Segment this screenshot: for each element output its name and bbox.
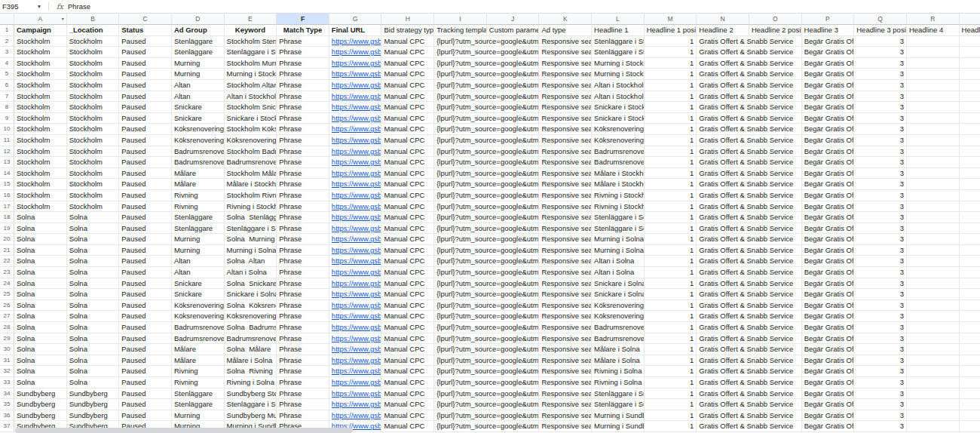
cell-R8[interactable] (907, 102, 960, 113)
cell-Q27[interactable]: 3 (854, 311, 907, 322)
cell-D4[interactable]: Murning (172, 58, 225, 69)
cell-R35[interactable] (907, 399, 960, 410)
cell-S30[interactable] (960, 344, 980, 355)
cell-P19[interactable]: Begär Gratis Offert (802, 223, 855, 235)
cell-H12[interactable]: Manual CPC (381, 146, 434, 158)
cell-G12[interactable]: https://www.gsby (329, 146, 382, 158)
cell-I32[interactable]: {lpurl}?utm_source=google&utm_medium=cpc (434, 366, 539, 377)
cell-N23[interactable]: Gratis Offert & Snabb Service (697, 267, 801, 278)
cell-I17[interactable]: {lpurl}?utm_source=google&utm_medium=cpc (434, 201, 539, 213)
cell-L10[interactable]: Köksrenovering i Stockholm (592, 124, 645, 135)
cell-Q3[interactable]: 3 (854, 47, 907, 58)
cell-S35[interactable] (960, 399, 980, 410)
cell-H24[interactable]: Manual CPC (381, 278, 434, 290)
cell-C34[interactable]: Paused (119, 388, 172, 400)
cell-B33[interactable]: Solna (67, 377, 120, 388)
cell-P13[interactable]: Begär Gratis Offert (802, 157, 855, 168)
row-header-5[interactable]: 5 (0, 69, 14, 80)
cell-P6[interactable]: Begär Gratis Offert (802, 80, 855, 91)
cell-L26[interactable]: Köksrenovering i Solna (592, 300, 645, 312)
cell-L24[interactable]: Snickare i Solna (592, 278, 645, 290)
cell-A12[interactable]: Stockholm (14, 146, 67, 158)
cell-A36[interactable]: Sundbyberg (14, 410, 67, 422)
cell-R36[interactable] (907, 410, 960, 422)
cell-H36[interactable]: Manual CPC (381, 410, 434, 422)
cell-F35[interactable]: Phrase (277, 399, 329, 410)
cell-N1[interactable]: Headline 2 (697, 25, 749, 36)
cell-C33[interactable]: Paused (119, 377, 172, 388)
cell-A5[interactable]: Stockholm (14, 69, 67, 80)
cell-H16[interactable]: Manual CPC (381, 190, 434, 201)
cell-P18[interactable]: Begär Gratis Offert (802, 212, 855, 223)
cell-F2[interactable]: Phrase (277, 36, 329, 48)
cell-H13[interactable]: Manual CPC (381, 157, 434, 168)
cell-C2[interactable]: Paused (119, 36, 172, 48)
cell-N7[interactable]: Gratis Offert & Snabb Service (697, 91, 801, 103)
cell-H26[interactable]: Manual CPC (381, 300, 434, 312)
cell-S25[interactable] (960, 289, 980, 300)
cell-D16[interactable]: Rivning (172, 190, 225, 201)
row-header-21[interactable]: 21 (0, 245, 14, 256)
cell-P15[interactable]: Begär Gratis Offert (802, 179, 855, 190)
cell-F10[interactable]: Phrase (277, 124, 329, 135)
cell-N32[interactable]: Gratis Offert & Snabb Service (697, 366, 801, 377)
cell-M10[interactable]: 1 (645, 124, 697, 135)
cell-D28[interactable]: Badrumsrenovering (172, 322, 225, 333)
cell-R25[interactable] (907, 289, 960, 300)
cell-N11[interactable]: Gratis Offert & Snabb Service (697, 135, 801, 146)
cell-B35[interactable]: Sundbyberg (67, 399, 120, 410)
cell-B36[interactable]: Sundbyberg (67, 410, 120, 422)
cell-N19[interactable]: Gratis Offert & Snabb Service (697, 223, 801, 235)
cell-N27[interactable]: Gratis Offert & Snabb Service (697, 311, 801, 322)
cell-M11[interactable]: 1 (645, 135, 697, 146)
cell-B6[interactable]: Stockholm (67, 80, 120, 91)
cell-M17[interactable]: 1 (645, 201, 697, 213)
cell-G25[interactable]: https://www.gsby (329, 289, 382, 300)
cell-R6[interactable] (907, 80, 960, 91)
cell-G18[interactable]: https://www.gsby (329, 212, 382, 223)
cell-H19[interactable]: Manual CPC (381, 223, 434, 235)
cell-D13[interactable]: Badrumsrenovering (172, 157, 225, 168)
cell-J1[interactable]: Custom parameters (487, 25, 540, 36)
cell-Q31[interactable]: 3 (854, 355, 907, 367)
cell-G34[interactable]: https://www.gsby (329, 388, 382, 400)
cell-I30[interactable]: {lpurl}?utm_source=google&utm_medium=cpc (434, 344, 539, 355)
cell-N15[interactable]: Gratis Offert & Snabb Service (697, 179, 801, 190)
cell-S17[interactable] (960, 201, 980, 213)
cell-N5[interactable]: Gratis Offert & Snabb Service (697, 69, 801, 80)
cell-Q35[interactable]: 3 (854, 399, 907, 410)
cell-K8[interactable]: Responsive search ad (539, 102, 592, 113)
cell-F7[interactable]: Phrase (277, 91, 329, 103)
cell-P28[interactable]: Begär Gratis Offert (802, 322, 855, 333)
cell-P33[interactable]: Begär Gratis Offert (802, 377, 855, 388)
cell-S13[interactable] (960, 157, 980, 168)
cell-G6[interactable]: https://www.gsby (329, 80, 382, 91)
cell-K28[interactable]: Responsive search ad (539, 322, 592, 333)
cell-F8[interactable]: Phrase (277, 102, 329, 113)
cell-L5[interactable]: Murning i Stockholm (592, 69, 645, 80)
cell-K25[interactable]: Responsive search ad (539, 289, 592, 300)
row-header-23[interactable]: 23 (0, 267, 14, 278)
cell-F26[interactable]: Phrase (277, 300, 329, 312)
cell-A13[interactable]: Stockholm (14, 157, 67, 168)
cell-A17[interactable]: Stockholm (14, 201, 67, 213)
cell-K23[interactable]: Responsive search ad (539, 267, 592, 278)
cell-C21[interactable]: Paused (119, 245, 172, 256)
cell-H9[interactable]: Manual CPC (381, 113, 434, 124)
column-header-R[interactable]: R (907, 14, 960, 25)
cell-C8[interactable]: Paused (119, 102, 172, 113)
cell-F17[interactable]: Phrase (277, 201, 329, 213)
cell-Q2[interactable]: 3 (854, 36, 907, 48)
cell-N10[interactable]: Gratis Offert & Snabb Service (697, 124, 801, 135)
row-header-29[interactable]: 29 (0, 333, 14, 345)
cell-Q7[interactable]: 3 (854, 91, 907, 103)
cell-D15[interactable]: Målare (172, 179, 225, 190)
cell-S27[interactable] (960, 311, 980, 322)
row-header-7[interactable]: 7 (0, 91, 14, 103)
cell-A16[interactable]: Stockholm (14, 190, 67, 201)
column-header-P[interactable]: P (802, 14, 855, 25)
cell-A10[interactable]: Stockholm (14, 124, 67, 135)
row-header-8[interactable]: 8 (0, 102, 14, 113)
cell-I16[interactable]: {lpurl}?utm_source=google&utm_medium=cpc (434, 190, 539, 201)
cell-D17[interactable]: Rivning (172, 201, 225, 213)
